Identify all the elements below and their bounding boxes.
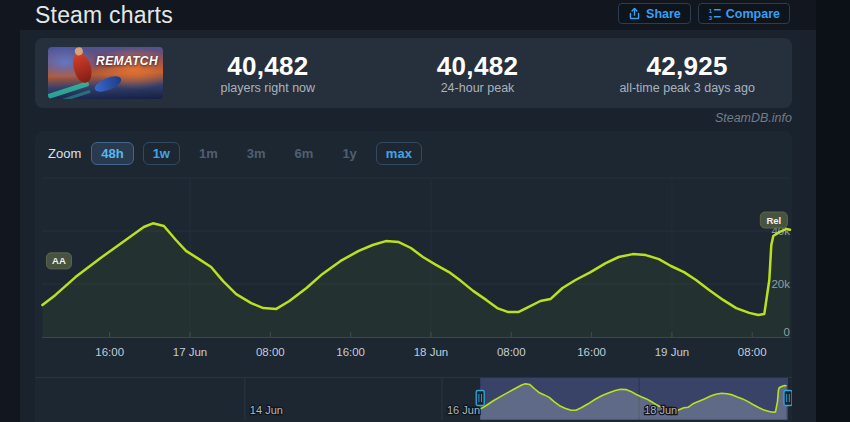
navigator-date-label: 16 Jun (447, 404, 480, 416)
stat-24h-peak: 40,482 24-hour peak (373, 52, 583, 95)
stat-label: players right now (163, 81, 373, 95)
zoom-range-1m: 1m (189, 142, 228, 165)
stat-value: 42,925 (582, 52, 792, 80)
zoom-range-3m: 3m (237, 142, 276, 165)
game-logo: REMATCH (96, 54, 158, 68)
capsule-art-player-blue (93, 73, 123, 95)
zoom-range-48h[interactable]: 48h (91, 142, 133, 165)
navigator-date-label: 14 Jun (250, 404, 283, 416)
stat-label: 24-hour peak (373, 81, 583, 95)
game-capsule[interactable]: REMATCH (48, 47, 163, 99)
players-chart: 40k20k016:0017 Jun08:0016:0018 Jun08:001… (35, 131, 792, 377)
zoom-range-6m: 6m (285, 142, 324, 165)
capsule-art-player-red (71, 51, 95, 84)
zoom-range-max[interactable]: max (376, 142, 422, 165)
chart-panel: Zoom 48h1w1m3m6m1ymax 40k20k016:0017 Jun… (35, 131, 792, 422)
x-axis-label: 08:00 (497, 346, 526, 358)
stat-alltime-peak: 42,925 all-time peak 3 days ago (582, 52, 792, 95)
zoom-range-1w[interactable]: 1w (143, 142, 180, 165)
stat-value: 40,482 (373, 52, 583, 80)
x-axis-label: 18 Jun (414, 346, 449, 358)
stat-current-players: 40,482 players right now (163, 52, 373, 95)
stat-label: all-time peak 3 days ago (582, 81, 792, 95)
svg-text:1: 1 (709, 7, 713, 14)
x-axis-label: 16:00 (336, 346, 365, 358)
svg-text:3: 3 (709, 14, 713, 20)
x-axis-label: 08:00 (738, 346, 767, 358)
compare-icon: 1 3 (708, 7, 721, 20)
x-axis-label: 08:00 (256, 346, 285, 358)
plot-area[interactable] (42, 178, 790, 337)
page-title: Steam charts (35, 0, 173, 30)
x-axis-label: 19 Jun (655, 346, 690, 358)
x-axis-label: 16:00 (577, 346, 606, 358)
navigator-date-label: 18 Jun (644, 404, 677, 416)
page-margin (816, 0, 850, 422)
watermark: SteamDB.info (35, 111, 792, 125)
x-axis-label: 17 Jun (173, 346, 208, 358)
compare-button-label: Compare (726, 7, 780, 21)
zoom-toolbar-label: Zoom (48, 146, 81, 161)
compare-button[interactable]: 1 3 Compare (698, 3, 790, 24)
share-button[interactable]: Share (618, 3, 691, 24)
zoom-toolbar: Zoom 48h1w1m3m6m1ymax (48, 142, 422, 165)
zoom-range-1y: 1y (332, 142, 366, 165)
stat-value: 40,482 (163, 52, 373, 80)
share-button-label: Share (646, 7, 681, 21)
stats-card: REMATCH 40,482 players right now 40,482 … (35, 38, 792, 108)
navigator-handle-right[interactable] (784, 391, 792, 406)
chart-navigator: 14 Jun16 Jun18 Jun (35, 377, 792, 422)
header-buttons: Share 1 3 Compare (618, 3, 790, 24)
x-axis-label: 16:00 (95, 346, 124, 358)
share-icon (628, 7, 641, 20)
navigator-handle-left[interactable] (476, 391, 484, 406)
capsule-art-streak (48, 81, 90, 99)
